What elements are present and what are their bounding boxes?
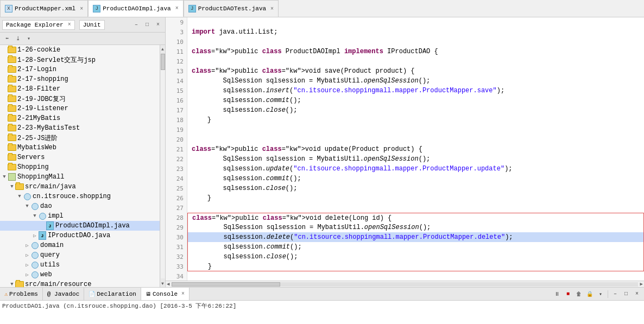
bottom-panel: ⚠ Problems @ Javadoc 📄 Declaration 🖥 Con… <box>0 287 644 324</box>
code-line-26 <box>187 271 644 281</box>
tree-item-node-8[interactable]: 2-21MyBatis <box>0 113 160 123</box>
problems-icon: ⚠ <box>4 291 8 297</box>
tree-item-node-7[interactable]: 2-19-Listener <box>0 104 160 113</box>
dropdown-btn[interactable]: ▾ <box>24 34 34 43</box>
package-icon-node-24 <box>30 270 39 279</box>
code-line-18: } <box>187 193 644 203</box>
back-btn[interactable]: ⬅ <box>2 34 12 43</box>
folder-icon-node-6 <box>8 94 16 103</box>
tree-item-node-22[interactable]: ▷query <box>0 250 160 260</box>
left-scrollbar[interactable]: ▲ ▼ <box>160 45 165 287</box>
scroll-thumb[interactable] <box>161 54 165 70</box>
panel-header: Package Explorer × JUnit – □ × <box>0 17 165 33</box>
forward-btn[interactable]: ⤓ <box>13 34 23 43</box>
tree-item-node-5[interactable]: 2-18-Filter <box>0 84 160 94</box>
code-line-19 <box>187 203 644 213</box>
scroll-left-arrow[interactable]: ◀ <box>166 281 171 287</box>
tree-item-node-6[interactable]: 2-19-JDBC复习 <box>0 94 160 104</box>
code-line-17: sqlsession.close(); <box>187 183 644 193</box>
scroll-track[interactable] <box>161 54 165 278</box>
tree-item-node-19[interactable]: JProductDAOImpl.java <box>0 221 160 231</box>
tree-item-node-12[interactable]: Servers <box>0 153 160 162</box>
tab-daoimpl[interactable]: J ProductDAOImpl.java × <box>88 0 183 17</box>
code-line-8: sqlsession.commit(); <box>187 96 644 105</box>
minimize-btn[interactable]: – <box>131 20 141 30</box>
tab-javadoc[interactable]: @ Javadoc <box>43 288 84 300</box>
tree-item-node-10[interactable]: 2-25-JS进阶 <box>0 133 160 143</box>
bottom-tab-bar: ⚠ Problems @ Javadoc 📄 Declaration 🖥 Con… <box>0 288 644 301</box>
line-num-1: 3 <box>166 27 187 37</box>
line-num-14: 22 <box>166 154 187 164</box>
code-line-9: sqlsession.close(); <box>187 105 644 115</box>
h-scroll-thumb[interactable] <box>172 282 280 287</box>
tab-close-daoimpl[interactable]: × <box>175 5 179 11</box>
tree-item-node-14[interactable]: ▼ShoppingMall <box>0 172 160 182</box>
folder-icon-node-15 <box>15 182 24 191</box>
tab-declaration[interactable]: 📄 Declaration <box>84 288 141 300</box>
tree-item-node-3[interactable]: 2-17-Login <box>0 65 160 74</box>
tree-item-node-13[interactable]: Shopping <box>0 162 160 172</box>
tree-arrow-node-16: ▼ <box>16 194 23 199</box>
java-file-icon-test: J <box>188 5 196 12</box>
junit-tab[interactable]: JUnit <box>79 20 105 30</box>
tree-item-node-9[interactable]: 2-23-MyBatisTest <box>0 123 160 133</box>
suspend-btn[interactable]: ⏸ <box>552 289 562 299</box>
code-line-5: class="kw">public class="kw">void save(P… <box>187 66 644 76</box>
close-panel-btn[interactable]: × <box>153 20 163 30</box>
scroll-up-arrow[interactable]: ▲ <box>160 45 166 53</box>
tree-label-node-5: 2-18-Filter <box>17 85 60 93</box>
tab-close-mapper[interactable]: × <box>80 6 83 12</box>
tree-item-node-11[interactable]: MybatisWeb <box>0 143 160 153</box>
code-line-24: sqlsession.close(); <box>187 252 644 262</box>
code-content[interactable]: import java.util.List; class="kw">public… <box>187 17 644 281</box>
tab-console[interactable]: 🖥 Console × <box>141 288 190 300</box>
tree-arrow-node-18: ▼ <box>31 213 38 219</box>
h-scroll-track[interactable] <box>172 282 637 287</box>
scroll-lock-btn[interactable]: 🔒 <box>585 289 595 299</box>
line-numbers: 9310111213141516171819202122232425262728… <box>166 17 187 281</box>
panel-close-icon[interactable]: × <box>68 22 71 28</box>
tree-item-node-18[interactable]: ▼impl <box>0 211 160 221</box>
scroll-right-arrow[interactable]: ▶ <box>639 281 644 287</box>
scroll-down-arrow[interactable]: ▼ <box>160 279 166 287</box>
close-console-btn[interactable]: × <box>632 289 642 299</box>
tab-daotest[interactable]: J ProductDAOTest.java × <box>184 0 279 17</box>
tree-label-node-11: MybatisWeb <box>17 144 56 151</box>
maximize-console-btn[interactable]: □ <box>621 289 631 299</box>
separator <box>608 290 608 298</box>
horizontal-scrollbar[interactable]: ◀ ▶ <box>166 281 644 287</box>
folder-icon-node-1 <box>8 46 16 54</box>
tree-item-node-25[interactable]: ▼src/main/resource <box>0 279 160 287</box>
maximize-btn[interactable]: □ <box>142 20 152 30</box>
view-menu-btn[interactable]: ▾ <box>596 289 605 299</box>
tree-item-node-23[interactable]: ▷utils <box>0 260 160 270</box>
tree-item-node-20[interactable]: ▷JIProductDAO.java <box>0 231 160 240</box>
tree-item-node-24[interactable]: ▷web <box>0 270 160 279</box>
tree-item-node-15[interactable]: ▼src/main/java <box>0 182 160 192</box>
minimize-console-btn[interactable]: – <box>610 289 620 299</box>
code-line-15: sqlsession.update("cn.itsource.shoppingm… <box>187 164 644 174</box>
tree-item-node-2[interactable]: 1-28-Servlet交互与jsp <box>0 55 160 65</box>
javadoc-label: @ Javadoc <box>47 291 79 297</box>
package-explorer-tab[interactable]: Package Explorer × <box>2 20 75 30</box>
tree-label-node-21: domain <box>40 242 64 249</box>
tree-item-node-16[interactable]: ▼cn.itsrouce.shopping <box>0 192 160 201</box>
clear-btn[interactable]: 🗑 <box>574 289 584 299</box>
tab-close-daotest[interactable]: × <box>270 6 274 12</box>
folder-icon-node-5 <box>8 85 16 93</box>
stop-btn[interactable]: ■ <box>563 289 573 299</box>
console-close-icon[interactable]: × <box>181 291 185 297</box>
tree-item-node-1[interactable]: 1-26-cookie <box>0 45 160 55</box>
tab-productmapper[interactable]: X ProductMapper.xml × <box>0 0 88 17</box>
folder-icon-node-12 <box>8 153 16 162</box>
line-num-7: 15 <box>166 86 187 96</box>
tree-item-node-21[interactable]: ▷domain <box>0 240 160 250</box>
right-panel: 9310111213141516171819202122232425262728… <box>166 17 644 287</box>
code-line-0 <box>187 17 644 27</box>
tree-label-node-15: src/main/java <box>25 183 76 190</box>
tree-item-node-17[interactable]: ▼dao <box>0 201 160 211</box>
folder-icon-node-13 <box>8 163 16 171</box>
tree-arrow-node-20: ▷ <box>31 233 38 239</box>
tree-item-node-4[interactable]: 2-17-shopping <box>0 74 160 84</box>
tab-problems[interactable]: ⚠ Problems <box>0 288 43 300</box>
